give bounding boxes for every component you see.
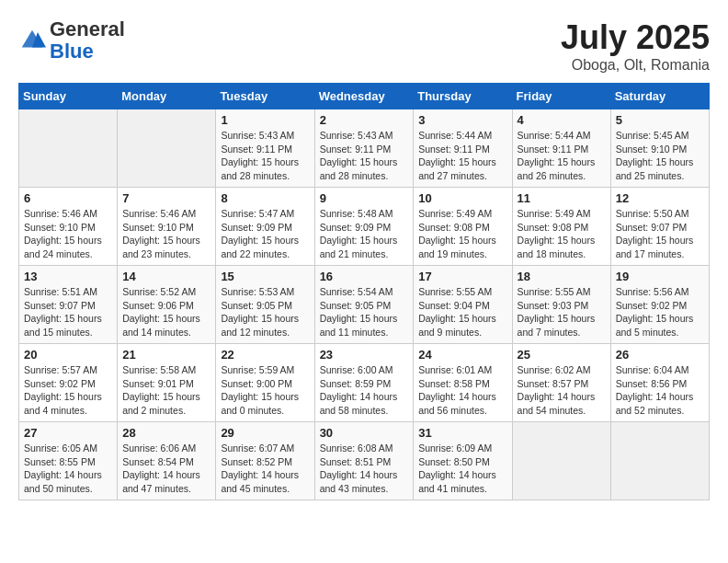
- day-info: Sunrise: 5:47 AM Sunset: 9:09 PM Dayligh…: [221, 207, 309, 261]
- weekday-header: Wednesday: [314, 84, 414, 109]
- calendar-cell: 9Sunrise: 5:48 AM Sunset: 9:09 PM Daylig…: [314, 188, 414, 266]
- day-info: Sunrise: 5:49 AM Sunset: 9:08 PM Dayligh…: [418, 207, 506, 261]
- day-info: Sunrise: 5:44 AM Sunset: 9:11 PM Dayligh…: [518, 129, 606, 183]
- calendar-cell: 12Sunrise: 5:50 AM Sunset: 9:07 PM Dayli…: [610, 188, 709, 266]
- calendar-cell: 15Sunrise: 5:53 AM Sunset: 9:05 PM Dayli…: [216, 266, 314, 344]
- calendar-cell: 27Sunrise: 6:05 AM Sunset: 8:55 PM Dayli…: [19, 422, 118, 500]
- day-info: Sunrise: 6:08 AM Sunset: 8:51 PM Dayligh…: [320, 442, 409, 496]
- day-info: Sunrise: 6:05 AM Sunset: 8:55 PM Dayligh…: [24, 442, 112, 496]
- day-number: 17: [418, 270, 506, 283]
- calendar-cell: 23Sunrise: 6:00 AM Sunset: 8:59 PM Dayli…: [314, 344, 414, 422]
- title-block: July 2025 Oboga, Olt, Romania: [561, 18, 710, 74]
- day-info: Sunrise: 5:49 AM Sunset: 9:08 PM Dayligh…: [518, 207, 606, 261]
- calendar-cell: 31Sunrise: 6:09 AM Sunset: 8:50 PM Dayli…: [414, 422, 512, 500]
- calendar-cell: 30Sunrise: 6:08 AM Sunset: 8:51 PM Dayli…: [314, 422, 414, 500]
- day-number: 21: [122, 348, 210, 362]
- day-info: Sunrise: 5:44 AM Sunset: 9:11 PM Dayligh…: [418, 129, 506, 183]
- day-info: Sunrise: 5:55 AM Sunset: 9:03 PM Dayligh…: [518, 285, 606, 339]
- day-number: 25: [518, 348, 606, 362]
- logo-blue: Blue: [50, 40, 94, 63]
- day-info: Sunrise: 5:43 AM Sunset: 9:11 PM Dayligh…: [320, 129, 409, 183]
- day-number: 31: [418, 426, 506, 440]
- calendar-cell: 24Sunrise: 6:01 AM Sunset: 8:58 PM Dayli…: [414, 344, 512, 422]
- calendar-cell: 3Sunrise: 5:44 AM Sunset: 9:11 PM Daylig…: [414, 109, 512, 188]
- day-number: 14: [122, 270, 210, 283]
- calendar-cell: 1Sunrise: 5:43 AM Sunset: 9:11 PM Daylig…: [216, 109, 314, 188]
- day-info: Sunrise: 6:01 AM Sunset: 8:58 PM Dayligh…: [418, 363, 506, 418]
- day-number: 24: [418, 348, 506, 362]
- day-number: 26: [616, 348, 704, 362]
- calendar-cell: 20Sunrise: 5:57 AM Sunset: 9:02 PM Dayli…: [19, 344, 118, 422]
- calendar-cell: 19Sunrise: 5:56 AM Sunset: 9:02 PM Dayli…: [610, 266, 709, 344]
- calendar-cell: [118, 109, 216, 188]
- day-number: 20: [24, 348, 112, 362]
- month-title: July 2025: [561, 18, 710, 57]
- day-number: 8: [221, 191, 309, 205]
- day-number: 23: [320, 348, 409, 362]
- calendar-cell: 29Sunrise: 6:07 AM Sunset: 8:52 PM Dayli…: [216, 422, 314, 500]
- logo-general: General: [50, 17, 125, 40]
- calendar-cell: 7Sunrise: 5:46 AM Sunset: 9:10 PM Daylig…: [118, 188, 216, 266]
- day-info: Sunrise: 5:46 AM Sunset: 9:10 PM Dayligh…: [24, 207, 112, 261]
- calendar-week-row: 6Sunrise: 5:46 AM Sunset: 9:10 PM Daylig…: [19, 188, 710, 266]
- day-number: 3: [418, 113, 506, 127]
- calendar-cell: 14Sunrise: 5:52 AM Sunset: 9:06 PM Dayli…: [118, 266, 216, 344]
- day-info: Sunrise: 5:55 AM Sunset: 9:04 PM Dayligh…: [418, 285, 506, 339]
- day-info: Sunrise: 5:57 AM Sunset: 9:02 PM Dayligh…: [24, 363, 112, 418]
- day-info: Sunrise: 6:00 AM Sunset: 8:59 PM Dayligh…: [320, 363, 409, 418]
- weekday-header: Thursday: [414, 84, 512, 109]
- day-info: Sunrise: 5:48 AM Sunset: 9:09 PM Dayligh…: [320, 207, 409, 261]
- day-info: Sunrise: 6:09 AM Sunset: 8:50 PM Dayligh…: [418, 442, 506, 496]
- calendar-week-row: 13Sunrise: 5:51 AM Sunset: 9:07 PM Dayli…: [19, 266, 710, 344]
- calendar-cell: 10Sunrise: 5:49 AM Sunset: 9:08 PM Dayli…: [414, 188, 512, 266]
- day-info: Sunrise: 5:58 AM Sunset: 9:01 PM Dayligh…: [122, 363, 210, 418]
- weekday-header: Saturday: [610, 84, 709, 109]
- calendar-cell: 18Sunrise: 5:55 AM Sunset: 9:03 PM Dayli…: [512, 266, 610, 344]
- day-number: 5: [616, 113, 704, 127]
- day-number: 28: [122, 426, 210, 440]
- day-number: 13: [24, 270, 112, 283]
- day-info: Sunrise: 5:56 AM Sunset: 9:02 PM Dayligh…: [616, 285, 704, 339]
- day-info: Sunrise: 5:59 AM Sunset: 9:00 PM Dayligh…: [221, 363, 309, 418]
- day-number: 1: [221, 113, 309, 127]
- calendar-cell: 5Sunrise: 5:45 AM Sunset: 9:10 PM Daylig…: [610, 109, 709, 188]
- day-info: Sunrise: 6:02 AM Sunset: 8:57 PM Dayligh…: [518, 363, 606, 418]
- page-header: General Blue July 2025 Oboga, Olt, Roman…: [18, 18, 710, 74]
- day-number: 2: [320, 113, 409, 127]
- day-info: Sunrise: 5:46 AM Sunset: 9:10 PM Dayligh…: [122, 207, 210, 261]
- calendar: SundayMondayTuesdayWednesdayThursdayFrid…: [18, 83, 710, 500]
- day-number: 29: [221, 426, 309, 440]
- calendar-cell: 26Sunrise: 6:04 AM Sunset: 8:56 PM Dayli…: [610, 344, 709, 422]
- day-info: Sunrise: 6:06 AM Sunset: 8:54 PM Dayligh…: [122, 442, 210, 496]
- logo-text: General Blue: [50, 18, 125, 63]
- calendar-week-row: 1Sunrise: 5:43 AM Sunset: 9:11 PM Daylig…: [19, 109, 710, 188]
- calendar-cell: 6Sunrise: 5:46 AM Sunset: 9:10 PM Daylig…: [19, 188, 118, 266]
- calendar-cell: [512, 422, 610, 500]
- day-info: Sunrise: 6:07 AM Sunset: 8:52 PM Dayligh…: [221, 442, 309, 496]
- calendar-cell: 22Sunrise: 5:59 AM Sunset: 9:00 PM Dayli…: [216, 344, 314, 422]
- calendar-cell: 17Sunrise: 5:55 AM Sunset: 9:04 PM Dayli…: [414, 266, 512, 344]
- calendar-cell: 2Sunrise: 5:43 AM Sunset: 9:11 PM Daylig…: [314, 109, 414, 188]
- day-info: Sunrise: 5:54 AM Sunset: 9:05 PM Dayligh…: [320, 285, 409, 339]
- day-info: Sunrise: 5:50 AM Sunset: 9:07 PM Dayligh…: [616, 207, 704, 261]
- calendar-cell: 21Sunrise: 5:58 AM Sunset: 9:01 PM Dayli…: [118, 344, 216, 422]
- calendar-header-row: SundayMondayTuesdayWednesdayThursdayFrid…: [19, 84, 710, 109]
- day-number: 7: [122, 191, 210, 205]
- day-number: 11: [518, 191, 606, 205]
- weekday-header: Monday: [118, 84, 216, 109]
- calendar-cell: 4Sunrise: 5:44 AM Sunset: 9:11 PM Daylig…: [512, 109, 610, 188]
- day-number: 16: [320, 270, 409, 283]
- day-info: Sunrise: 5:45 AM Sunset: 9:10 PM Dayligh…: [616, 129, 704, 183]
- weekday-header: Tuesday: [216, 84, 314, 109]
- calendar-cell: [19, 109, 118, 188]
- calendar-cell: 13Sunrise: 5:51 AM Sunset: 9:07 PM Dayli…: [19, 266, 118, 344]
- day-info: Sunrise: 5:52 AM Sunset: 9:06 PM Dayligh…: [122, 285, 210, 339]
- day-number: 4: [518, 113, 606, 127]
- day-number: 22: [221, 348, 309, 362]
- day-number: 15: [221, 270, 309, 283]
- weekday-header: Friday: [512, 84, 610, 109]
- calendar-cell: 16Sunrise: 5:54 AM Sunset: 9:05 PM Dayli…: [314, 266, 414, 344]
- day-info: Sunrise: 6:04 AM Sunset: 8:56 PM Dayligh…: [616, 363, 704, 418]
- day-number: 30: [320, 426, 409, 440]
- logo-icon: [18, 27, 46, 54]
